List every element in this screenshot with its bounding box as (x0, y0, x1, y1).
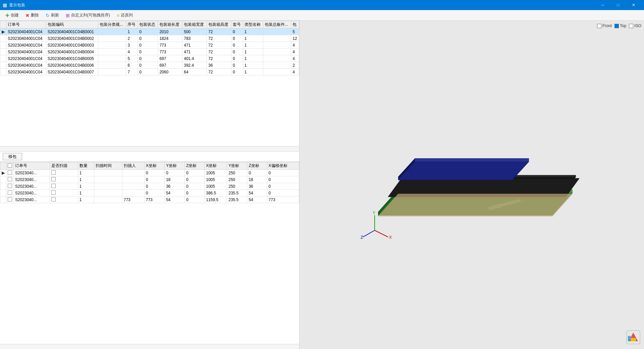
table-row[interactable]: S20230404001C04 S20230404001C04B0007 7 0… (0, 69, 299, 75)
col-pack-class[interactable]: 包装分类规... (98, 21, 126, 28)
table-row[interactable]: S2023040... 1 773 773 54 0 1159.5 235.5 … (0, 196, 299, 203)
row-checkbox[interactable] (8, 177, 12, 181)
bcol-x1[interactable]: X坐标 (144, 162, 164, 170)
row-indicator (0, 62, 6, 69)
table-row[interactable]: S2023040... 1 0 36 0 1005 250 36 0 (0, 183, 299, 190)
bcol-y1[interactable]: Y坐标 (164, 162, 184, 170)
close-button[interactable]: ✕ (626, 0, 641, 10)
table-row[interactable]: S2023040... 1 0 18 0 1005 250 18 0 (0, 176, 299, 183)
svg-marker-14 (378, 194, 573, 216)
brow-y2: 250 (227, 176, 247, 183)
scan-checkbox[interactable] (51, 170, 56, 175)
brow-scanner (122, 170, 144, 176)
app-icon: ▦ (3, 2, 7, 8)
delete-button[interactable]: ✖ 删除 (23, 11, 42, 19)
bcol-order-no[interactable]: 订单号 (14, 162, 50, 170)
bcol-z1[interactable]: Z坐标 (185, 162, 205, 170)
table-row[interactable]: S20230404001C04 S20230404001C04B0005 5 0… (0, 55, 299, 62)
cell-height: 72 (207, 69, 231, 75)
cell-status: 0 (138, 55, 158, 62)
cell-seq: 1 (126, 28, 138, 35)
bottom-table-scroll[interactable]: 订单号 是否扫描 数量 扫描时间 扫描人 X坐标 Y坐标 Z坐标 X坐标 Y坐标… (0, 162, 299, 344)
col-width[interactable]: 包装箱宽度 (182, 21, 207, 28)
scan-checkbox[interactable] (51, 177, 56, 181)
brow-scanned[interactable] (50, 190, 78, 196)
bcol-x2[interactable]: X坐标 (205, 162, 227, 170)
cell-status: 0 (138, 28, 158, 35)
col-status[interactable]: 包装状态 (138, 21, 158, 28)
top-table-hscrollbar[interactable] (0, 146, 299, 151)
brow-scanned[interactable] (50, 183, 78, 190)
minimize-button[interactable]: ─ (595, 0, 610, 10)
brow-check[interactable] (6, 183, 14, 190)
col-order-no[interactable]: 订单号 (6, 21, 46, 28)
cell-width: 471 (182, 42, 207, 49)
brow-check[interactable] (6, 170, 14, 176)
custom-columns-button[interactable]: ⊞ 自定义列(可拖拽排序) (63, 11, 113, 19)
cell-total-parts (263, 42, 291, 49)
brow-check[interactable] (6, 196, 14, 203)
cell-seq: 4 (126, 49, 138, 55)
restore-columns-button[interactable]: ≡ 还原列 (114, 11, 136, 19)
bottom-table-hscrollbar[interactable] (0, 344, 299, 349)
top-table-scroll[interactable]: 订单号 包装编码 包装分类规... 序号 包装状态 包装箱长度 包装箱宽度 包装… (0, 21, 299, 146)
row-indicator (0, 49, 6, 55)
bcol-xoffset[interactable]: X偏移坐标 (267, 162, 299, 170)
table-row[interactable]: S20230404001C04 S20230404001C04B0004 4 0… (0, 49, 299, 55)
col-seq[interactable]: 序号 (126, 21, 138, 28)
cell-order-no: S20230404001C04 (6, 55, 46, 62)
refresh-button[interactable]: ↻ 刷新 (43, 11, 62, 19)
table-row[interactable]: S2023040... 1 0 54 0 386.5 235.5 54 0 (0, 190, 299, 196)
row-checkbox[interactable] (8, 170, 12, 175)
bcol-qty[interactable]: 数量 (78, 162, 94, 170)
brow-check[interactable] (6, 190, 14, 196)
col-total-parts[interactable]: 包装总板件... (263, 21, 291, 28)
row-checkbox[interactable] (8, 184, 12, 188)
brow-z1: 0 (185, 183, 205, 190)
maximize-button[interactable]: □ (610, 0, 626, 10)
cell-total-parts (263, 69, 291, 75)
bcol-scanner[interactable]: 扫描人 (122, 162, 144, 170)
scan-checkbox[interactable] (51, 197, 56, 201)
cell-type-name: 1 (243, 69, 263, 75)
brow-check[interactable] (6, 176, 14, 183)
table-row[interactable]: ▶ S2023040... 1 0 0 0 1005 250 0 0 (0, 170, 299, 176)
window-controls: ─ □ ✕ (595, 0, 641, 10)
table-row[interactable]: S20230404001C04 S20230404001C04B0003 3 0… (0, 42, 299, 49)
bcol-check-all[interactable] (6, 162, 14, 170)
scan-checkbox[interactable] (51, 190, 56, 195)
col-set-no[interactable]: 套号 (231, 21, 243, 28)
brow-xoffset: 0 (267, 183, 299, 190)
scan-checkbox[interactable] (51, 184, 56, 188)
row-indicator (0, 69, 6, 75)
move-pack-button[interactable]: 移包 (3, 153, 22, 160)
brow-scanned[interactable] (50, 170, 78, 176)
bcol-scan-time[interactable]: 扫描时间 (94, 162, 122, 170)
cell-type-name: 1 (243, 35, 263, 42)
col-type-name[interactable]: 类型名称 (243, 21, 263, 28)
bcol-y2[interactable]: Y坐标 (227, 162, 247, 170)
cell-total-parts (263, 35, 291, 42)
main-layout: 订单号 包装编码 包装分类规... 序号 包装状态 包装箱长度 包装箱宽度 包装… (0, 21, 644, 349)
bcol-scanned[interactable]: 是否扫描 (50, 162, 78, 170)
table-row[interactable]: S20230404001C04 S20230404001C04B0006 6 0… (0, 62, 299, 69)
title-bar: ▦ 显示包装 ─ □ ✕ (0, 0, 644, 10)
cell-seq: 2 (126, 35, 138, 42)
brow-scanned[interactable] (50, 196, 78, 203)
table-row[interactable]: S20230404001C04 S20230404001C04B0002 2 0… (0, 35, 299, 42)
brow-xoffset: 773 (267, 196, 299, 203)
col-height[interactable]: 包装箱高度 (207, 21, 231, 28)
cell-width: 392.4 (182, 62, 207, 69)
col-pack-code[interactable]: 包装编码 (46, 21, 98, 28)
row-checkbox[interactable] (8, 190, 12, 195)
cell-set-no: 0 (231, 55, 243, 62)
table-row[interactable]: ▶ S20230404001C04 S20230404001C04B0001 1… (0, 28, 299, 35)
cell-height: 72 (207, 35, 231, 42)
col-length[interactable]: 包装箱长度 (158, 21, 182, 28)
bcol-z2[interactable]: Z坐标 (247, 162, 267, 170)
check-all-checkbox[interactable] (8, 163, 12, 168)
row-checkbox[interactable] (8, 197, 12, 201)
create-button[interactable]: ✚ 创建 (3, 11, 21, 19)
brow-scanned[interactable] (50, 176, 78, 183)
col-last[interactable]: 包 (291, 21, 299, 28)
